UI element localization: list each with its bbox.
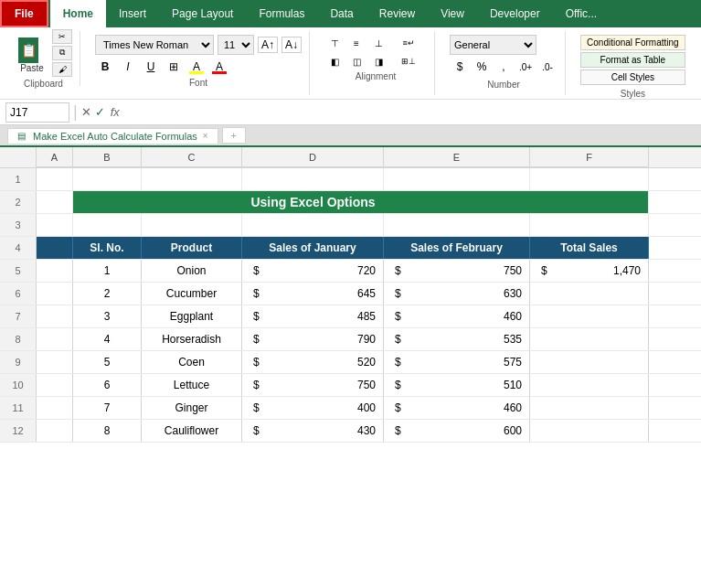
cancel-formula-icon[interactable]: ✕ — [81, 105, 91, 119]
align-bottom-button[interactable]: ⊥ — [368, 35, 388, 51]
comma-button[interactable]: , — [494, 58, 514, 76]
cell-f1[interactable] — [530, 168, 649, 190]
copy-button[interactable]: ⧉ — [52, 46, 72, 60]
bold-button[interactable]: B — [95, 58, 115, 76]
cell-e4[interactable]: Sales of February — [384, 237, 530, 259]
merge-center-button[interactable]: ⊞⊥ — [390, 53, 427, 69]
tab-data[interactable]: Data — [317, 0, 366, 27]
cell-b12[interactable]: 8 — [73, 420, 142, 442]
cell-e11[interactable]: $460 — [384, 397, 530, 419]
formula-input[interactable] — [123, 102, 696, 123]
cell-c1[interactable] — [142, 168, 242, 190]
font-color-button[interactable]: A — [209, 58, 229, 76]
cell-a3[interactable] — [37, 214, 73, 236]
underline-button[interactable]: U — [141, 58, 161, 76]
cell-d12[interactable]: $430 — [242, 420, 384, 442]
tab-office[interactable]: Offic... — [553, 0, 610, 27]
col-header-c[interactable]: C — [142, 147, 242, 167]
increase-decimal-button[interactable]: .0+ — [515, 58, 536, 76]
cell-a9[interactable] — [37, 351, 73, 373]
wrap-text-button[interactable]: ≡↵ — [390, 35, 427, 51]
cell-c5[interactable]: Onion — [142, 260, 242, 282]
col-header-f[interactable]: F — [530, 147, 649, 167]
cell-f5[interactable]: $1,470 — [530, 260, 649, 282]
cell-e1[interactable] — [384, 168, 530, 190]
cell-f3[interactable] — [530, 214, 649, 236]
cell-f6[interactable] — [530, 283, 649, 305]
cell-a8[interactable] — [37, 328, 73, 350]
col-header-a[interactable]: A — [37, 147, 73, 167]
cell-d2[interactable]: Using Excel Options — [242, 191, 384, 213]
align-left-button[interactable]: ◧ — [324, 53, 345, 69]
cell-a6[interactable] — [37, 283, 73, 305]
cell-c11[interactable]: Ginger — [142, 397, 242, 419]
font-size-select[interactable]: 11 — [218, 35, 254, 55]
sheet-tab-main[interactable]: ▤ Make Excel Auto Calculate Formulas × — [7, 128, 218, 144]
cell-b4[interactable]: Sl. No. — [73, 237, 142, 259]
cell-a4[interactable] — [37, 237, 73, 259]
cell-d4[interactable]: Sales of January — [242, 237, 384, 259]
align-middle-button[interactable]: ≡ — [346, 35, 366, 51]
cell-f8[interactable] — [530, 328, 649, 350]
cell-c8[interactable]: Horseradish — [142, 328, 242, 350]
accounting-button[interactable]: $ — [450, 58, 470, 76]
cell-c12[interactable]: Cauliflower — [142, 420, 242, 442]
cell-b2[interactable] — [73, 191, 142, 213]
cell-d1[interactable] — [242, 168, 384, 190]
cell-e3[interactable] — [384, 214, 530, 236]
decrease-decimal-button[interactable]: .0- — [537, 58, 558, 76]
tab-review[interactable]: Review — [366, 0, 428, 27]
cell-c7[interactable]: Eggplant — [142, 305, 242, 327]
cell-b3[interactable] — [73, 214, 142, 236]
tab-developer[interactable]: Developer — [477, 0, 553, 27]
col-header-e[interactable]: E — [384, 147, 530, 167]
cell-d8[interactable]: $790 — [242, 328, 384, 350]
tab-home[interactable]: Home — [50, 0, 106, 27]
tab-file[interactable]: File — [0, 0, 48, 27]
cell-b6[interactable]: 2 — [73, 283, 142, 305]
cell-b8[interactable]: 4 — [73, 328, 142, 350]
align-right-button[interactable]: ◨ — [368, 53, 388, 69]
cell-a5[interactable] — [37, 260, 73, 282]
cell-e10[interactable]: $510 — [384, 374, 530, 396]
cell-d10[interactable]: $750 — [242, 374, 384, 396]
cell-b7[interactable]: 3 — [73, 305, 142, 327]
sheet-tab-close[interactable]: × — [203, 131, 208, 141]
cell-c2[interactable] — [142, 191, 242, 213]
cell-a7[interactable] — [37, 305, 73, 327]
cell-b1[interactable] — [73, 168, 142, 190]
cell-a10[interactable] — [37, 374, 73, 396]
align-top-button[interactable]: ⊤ — [324, 35, 345, 51]
cell-e7[interactable]: $460 — [384, 305, 530, 327]
tab-view[interactable]: View — [428, 0, 477, 27]
confirm-formula-icon[interactable]: ✓ — [95, 105, 105, 119]
tab-formulas[interactable]: Formulas — [246, 0, 317, 27]
cell-a11[interactable] — [37, 397, 73, 419]
font-name-select[interactable]: Times New Roman — [95, 35, 214, 55]
format-painter-button[interactable]: 🖌 — [52, 62, 72, 77]
tab-insert[interactable]: Insert — [106, 0, 159, 27]
cell-styles-button[interactable]: Cell Styles — [580, 69, 685, 85]
font-grow-button[interactable]: A↑ — [258, 37, 278, 53]
cell-d5[interactable]: $720 — [242, 260, 384, 282]
cell-d9[interactable]: $520 — [242, 351, 384, 373]
font-shrink-button[interactable]: A↓ — [281, 37, 302, 53]
cell-e5[interactable]: $750 — [384, 260, 530, 282]
cell-d11[interactable]: $400 — [242, 397, 384, 419]
cell-f2[interactable] — [530, 191, 649, 213]
cell-c4[interactable]: Product — [142, 237, 242, 259]
cell-f12[interactable] — [530, 420, 649, 442]
cell-a2[interactable] — [37, 191, 73, 213]
cell-e8[interactable]: $535 — [384, 328, 530, 350]
cell-b10[interactable]: 6 — [73, 374, 142, 396]
cell-a1[interactable] — [37, 168, 73, 190]
fill-color-button[interactable]: A — [186, 58, 207, 76]
cell-d7[interactable]: $485 — [242, 305, 384, 327]
border-button[interactable]: ⊞ — [164, 58, 184, 76]
new-sheet-button[interactable]: + — [222, 127, 246, 144]
cell-e6[interactable]: $630 — [384, 283, 530, 305]
cell-d3[interactable] — [242, 214, 384, 236]
cell-c10[interactable]: Lettuce — [142, 374, 242, 396]
cell-c9[interactable]: Coen — [142, 351, 242, 373]
cell-a12[interactable] — [37, 420, 73, 442]
